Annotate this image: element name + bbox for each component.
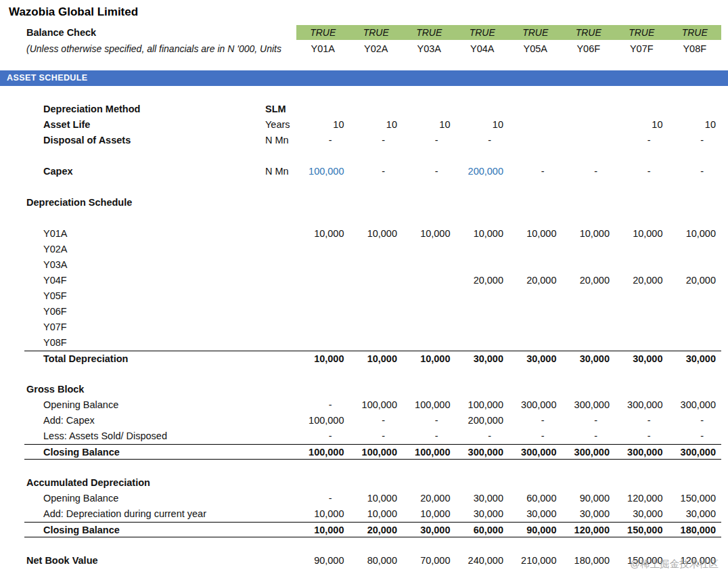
value-cell[interactable]: 10,000 <box>562 226 616 242</box>
value-cell[interactable]: 300,000 <box>668 397 722 413</box>
value-cell[interactable]: 120,000 <box>615 491 668 506</box>
value-cell[interactable]: 10 <box>668 117 722 133</box>
value-cell[interactable]: 60,000 <box>456 523 509 538</box>
value-cell[interactable]: 10 <box>403 117 456 133</box>
value-cell[interactable]: 210,000 <box>509 553 562 569</box>
value-cell[interactable]: 60,000 <box>509 491 562 506</box>
year-header-cell[interactable]: Y04A <box>456 41 509 57</box>
value-cell[interactable]: 180,000 <box>562 553 616 569</box>
value-cell[interactable]: 200,000 <box>456 413 509 428</box>
value-cell[interactable]: 240,000 <box>456 553 509 569</box>
value-cell[interactable]: 10 <box>350 117 403 133</box>
value-cell[interactable]: - <box>350 413 403 428</box>
value-cell[interactable]: 70,000 <box>403 553 456 569</box>
value-cell[interactable]: - <box>562 164 616 179</box>
value-cell[interactable]: 150,000 <box>615 523 668 538</box>
value-cell[interactable]: 10,000 <box>403 226 456 242</box>
value-cell[interactable]: 300,000 <box>509 397 562 413</box>
value-cell[interactable]: 20,000 <box>350 523 403 538</box>
balance-check-cell[interactable]: TRUE <box>668 25 722 40</box>
value-cell[interactable]: - <box>403 133 456 148</box>
value-cell[interactable]: - <box>296 491 350 506</box>
value-cell[interactable]: 10,000 <box>350 491 403 506</box>
value-cell[interactable]: - <box>668 413 722 428</box>
value-cell[interactable]: - <box>615 413 668 428</box>
value-cell[interactable]: - <box>615 428 668 444</box>
value-cell[interactable]: 10,000 <box>615 226 668 242</box>
value-cell[interactable]: 10 <box>456 117 509 133</box>
value-cell[interactable]: 10,000 <box>456 226 509 242</box>
value-cell[interactable]: - <box>668 428 722 444</box>
value-cell[interactable]: 100,000 <box>403 397 456 413</box>
value-cell[interactable]: 300,000 <box>562 397 616 413</box>
value-cell[interactable]: 10,000 <box>296 523 350 538</box>
balance-check-cell[interactable]: TRUE <box>509 25 562 40</box>
value-cell[interactable]: 10,000 <box>403 351 456 367</box>
value-cell[interactable]: 10,000 <box>296 226 350 242</box>
value-cell[interactable]: 300,000 <box>615 445 668 460</box>
value-cell[interactable]: 20,000 <box>509 273 562 288</box>
value-cell[interactable]: - <box>403 413 456 428</box>
value-cell[interactable]: - <box>509 164 562 179</box>
value-cell[interactable]: 30,000 <box>456 351 509 367</box>
value-cell[interactable]: 30,000 <box>456 491 509 506</box>
value-cell[interactable]: 300,000 <box>509 445 562 460</box>
value-cell[interactable]: 100,000 <box>456 397 509 413</box>
value-cell[interactable]: 200,000 <box>456 164 509 179</box>
value-cell[interactable]: 30,000 <box>615 351 668 367</box>
value-cell[interactable]: - <box>403 164 456 179</box>
value-cell[interactable]: - <box>456 428 509 444</box>
value-cell[interactable]: 30,000 <box>509 351 562 367</box>
value-cell[interactable]: 10,000 <box>350 226 403 242</box>
value-cell[interactable]: - <box>668 133 722 148</box>
value-cell[interactable]: 30,000 <box>456 506 509 522</box>
value-cell[interactable]: - <box>350 428 403 444</box>
value-cell[interactable]: 20,000 <box>668 273 722 288</box>
value-cell[interactable]: 300,000 <box>615 397 668 413</box>
value-cell[interactable]: 90,000 <box>296 553 350 569</box>
balance-check-cell[interactable]: TRUE <box>296 25 350 40</box>
value-cell[interactable]: - <box>296 133 350 148</box>
value-cell[interactable]: 100,000 <box>350 397 403 413</box>
balance-check-cell[interactable]: TRUE <box>456 25 509 40</box>
year-header-cell[interactable]: Y06F <box>562 41 616 57</box>
value-cell[interactable]: - <box>350 133 403 148</box>
value-cell[interactable]: 10 <box>615 117 668 133</box>
value-cell[interactable]: 100,000 <box>296 413 350 428</box>
value-cell[interactable]: 20,000 <box>562 273 616 288</box>
value-cell[interactable]: 30,000 <box>615 506 668 522</box>
value-cell[interactable]: 100,000 <box>296 164 350 179</box>
value-cell[interactable]: - <box>296 428 350 444</box>
value-cell[interactable]: - <box>562 428 616 444</box>
value-cell[interactable]: - <box>668 164 722 179</box>
value-cell[interactable]: 300,000 <box>562 445 616 460</box>
value-cell[interactable]: 120,000 <box>562 523 616 538</box>
value-cell[interactable]: 30,000 <box>668 351 722 367</box>
value-cell[interactable]: - <box>456 133 509 148</box>
year-header-cell[interactable]: Y01A <box>296 41 350 57</box>
value-cell[interactable]: 100,000 <box>350 445 403 460</box>
value-cell[interactable]: 10,000 <box>350 506 403 522</box>
value-cell[interactable]: 100,000 <box>296 445 350 460</box>
year-header-cell[interactable]: Y02A <box>350 41 403 57</box>
balance-check-cell[interactable]: TRUE <box>562 25 616 40</box>
value-cell[interactable]: - <box>615 133 668 148</box>
value-cell[interactable]: 30,000 <box>403 523 456 538</box>
value-cell[interactable]: - <box>509 428 562 444</box>
value-cell[interactable]: 30,000 <box>668 506 722 522</box>
value-cell[interactable]: 300,000 <box>456 445 509 460</box>
year-header-cell[interactable]: Y08F <box>668 41 722 57</box>
value-cell[interactable]: 20,000 <box>403 491 456 506</box>
value-cell[interactable]: 300,000 <box>668 445 722 460</box>
value-cell[interactable]: - <box>615 164 668 179</box>
year-header-cell[interactable]: Y07F <box>615 41 668 57</box>
value-cell[interactable]: 80,000 <box>350 553 403 569</box>
value-cell[interactable]: 20,000 <box>456 273 509 288</box>
value-cell[interactable]: 150,000 <box>668 491 722 506</box>
balance-check-cell[interactable]: TRUE <box>350 25 403 40</box>
balance-check-cell[interactable]: TRUE <box>615 25 668 40</box>
value-cell[interactable]: 90,000 <box>562 491 616 506</box>
value-cell[interactable]: 90,000 <box>509 523 562 538</box>
value-cell[interactable]: 10,000 <box>403 506 456 522</box>
value-cell[interactable]: 10,000 <box>350 351 403 367</box>
